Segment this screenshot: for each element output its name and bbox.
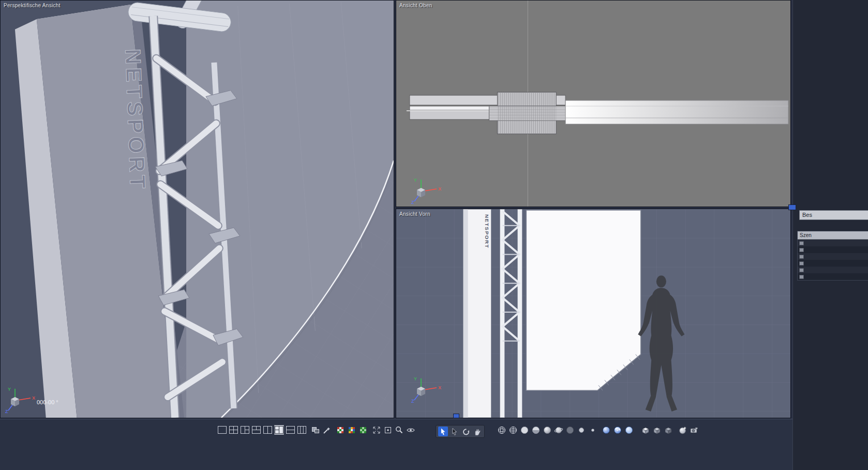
layout-three-right-icon[interactable] xyxy=(274,425,284,435)
axis-z-label: Z xyxy=(411,200,414,204)
axis-y-label: Y xyxy=(8,387,11,392)
object-icon xyxy=(799,261,804,266)
axis-gizmo: Y X Z xyxy=(410,374,444,403)
truss-top-section xyxy=(489,92,568,134)
axis-y-label: Y xyxy=(414,178,417,183)
right-sidebar: Bes Szen xyxy=(792,0,868,470)
szene-panel-header[interactable]: Szen xyxy=(798,231,868,240)
viewport-top[interactable]: Ansicht Oben Y X Z xyxy=(396,0,791,207)
layout-three-bottom-icon[interactable] xyxy=(251,425,261,435)
half-sphere-icon[interactable] xyxy=(531,425,541,435)
cube-light-icon[interactable] xyxy=(640,425,650,435)
szene-list-item[interactable] xyxy=(798,267,868,273)
object-icon-group xyxy=(640,425,673,435)
rotate-tool-icon[interactable] xyxy=(461,427,471,436)
layout-two-rows-icon[interactable] xyxy=(286,425,295,435)
render-icon-group xyxy=(678,425,699,435)
object-icon xyxy=(799,241,804,245)
object-icon xyxy=(799,268,804,272)
axis-x-label: X xyxy=(438,186,441,192)
camera-angle-status: 000-00 ° xyxy=(37,399,58,405)
layout-three-left-icon[interactable] xyxy=(240,425,250,435)
axis-z-label: Z xyxy=(5,409,8,414)
viewport-label-front: Ansicht Vorn xyxy=(399,211,430,217)
layout-two-columns-icon[interactable] xyxy=(263,425,273,435)
sign-embossed-text: NETSPORT xyxy=(121,48,150,192)
axis-gizmo: Y X Z xyxy=(410,175,444,204)
panel-top-section xyxy=(565,100,788,124)
axis-x-label: X xyxy=(32,395,35,401)
layout-single-icon[interactable] xyxy=(217,425,227,435)
move-tool-icon[interactable] xyxy=(450,427,459,436)
display-icon-group xyxy=(310,425,332,435)
select-tool-icon[interactable] xyxy=(438,427,448,436)
grid-red-green-icon[interactable] xyxy=(335,425,345,435)
swirl-sphere-icon[interactable] xyxy=(612,425,622,435)
object-icon xyxy=(799,248,804,252)
grid-multicolor-icon[interactable] xyxy=(347,425,356,435)
blue-sphere-icon[interactable] xyxy=(601,425,611,435)
render-camera-icon[interactable] xyxy=(689,425,699,435)
szene-panel: Szen xyxy=(797,231,868,281)
top-scene xyxy=(396,1,790,207)
szene-list-item[interactable] xyxy=(798,273,868,280)
wireframe-globe-icon[interactable] xyxy=(497,425,506,435)
viewport-label-perspective: Perspektifische Ansicht xyxy=(4,3,61,8)
paintbrush-icon[interactable] xyxy=(322,425,332,435)
expand-view-icon[interactable] xyxy=(371,425,381,435)
szene-list-item[interactable] xyxy=(798,253,868,260)
tool-icon-group xyxy=(436,425,485,438)
cube-dark-icon[interactable] xyxy=(663,425,673,435)
object-icon xyxy=(799,275,804,279)
cube-gray-icon[interactable] xyxy=(652,425,662,435)
viewport-perspective[interactable]: NETSPORT xyxy=(0,0,394,418)
app-window: NETSPORT xyxy=(0,0,868,470)
dark-sphere-icon[interactable] xyxy=(565,425,575,435)
shading-icon-group xyxy=(497,425,597,435)
scrollbar-marker[interactable] xyxy=(788,204,796,210)
front-scene: NETSPORT xyxy=(396,209,790,418)
view-nav-icon-group xyxy=(371,425,415,435)
zoom-icon[interactable] xyxy=(394,425,404,435)
axis-x-label: X xyxy=(438,385,441,390)
point-sphere-icon[interactable] xyxy=(576,425,586,435)
axis-gizmo: Y X Z xyxy=(4,385,38,414)
sign-front-text: NETSPORT xyxy=(484,214,490,248)
szene-list-item[interactable] xyxy=(798,246,868,253)
bottom-toolbar xyxy=(0,419,792,470)
panel-front-section xyxy=(526,210,640,390)
ring-sphere-icon[interactable] xyxy=(553,425,563,435)
grid-green-icon[interactable] xyxy=(358,425,368,435)
center-view-icon[interactable] xyxy=(383,425,393,435)
layout-quad-icon[interactable] xyxy=(229,425,238,435)
sign-front-section: NETSPORT xyxy=(463,209,491,418)
szene-list-item[interactable] xyxy=(798,240,868,246)
small-point-icon[interactable] xyxy=(588,425,597,435)
pan-hand-icon[interactable] xyxy=(472,427,482,436)
layout-icon-group xyxy=(217,425,307,435)
shaded-sphere-icon[interactable] xyxy=(542,425,552,435)
bes-button[interactable]: Bes xyxy=(799,210,868,220)
axis-y-label: Y xyxy=(414,376,417,381)
szene-list-item[interactable] xyxy=(798,260,868,267)
axis-z-label: Z xyxy=(411,399,414,403)
material-icon[interactable] xyxy=(310,425,320,435)
grid-icon-group xyxy=(335,425,368,435)
viewport-label-top: Ansicht Oben xyxy=(399,3,432,8)
flat-sphere-icon[interactable] xyxy=(519,425,529,435)
layout-three-columns-icon[interactable] xyxy=(297,425,307,435)
material-sphere-icon-group xyxy=(601,425,634,435)
object-icon xyxy=(799,255,804,259)
light-sphere-icon[interactable] xyxy=(624,425,634,435)
perspective-scene: NETSPORT xyxy=(1,1,394,418)
shaderball-icon[interactable] xyxy=(678,425,687,435)
grid-globe-icon[interactable] xyxy=(508,425,518,435)
scrollbar-marker[interactable] xyxy=(453,414,459,418)
visibility-eye-icon[interactable] xyxy=(406,425,415,435)
viewport-front[interactable]: NETSPORT xyxy=(396,209,791,418)
